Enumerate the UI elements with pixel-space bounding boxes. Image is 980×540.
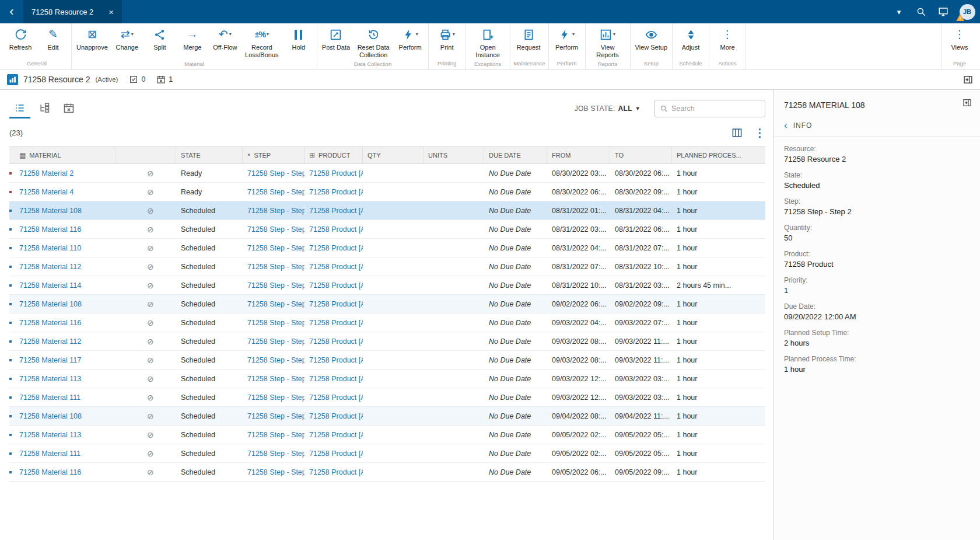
job-state-filter[interactable]: JOB STATE: ALL ▼ [575,104,640,113]
user-avatar[interactable]: JB ! [954,0,980,23]
column-header-pin[interactable] [116,147,176,163]
material-link[interactable]: 71258 Material 116 [19,225,81,234]
more-options-icon[interactable]: ⋮ [754,127,765,138]
table-row[interactable]: 71258 Material 108⊘Scheduled71258 Step -… [9,407,765,426]
step-link[interactable]: 71258 Step - Step [247,319,304,327]
pin-icon[interactable]: ⊘ [147,281,154,290]
table-row[interactable]: 71258 Material 116⊘Scheduled71258 Step -… [9,463,765,482]
refresh-button[interactable]: Refresh [4,23,37,59]
pin-icon[interactable]: ⊘ [147,262,154,271]
step-link[interactable]: 71258 Step - Step [247,375,304,383]
product-link[interactable]: 71258 Product [A [309,244,363,252]
step-link[interactable]: 71258 Step - Step [247,450,304,458]
page-tab[interactable]: 71258 Resource 2 × [23,0,122,23]
product-link[interactable]: 71258 Product [A [309,431,363,439]
material-link[interactable]: 71258 Material 2 [19,169,74,177]
step-link[interactable]: 71258 Step - Step [247,188,304,196]
monitor-icon[interactable] [932,0,954,23]
material-link[interactable]: 71258 Material 112 [19,337,81,346]
step-link[interactable]: 71258 Step - Step [247,468,304,476]
expand-panel-icon[interactable] [963,98,972,107]
column-header-units[interactable]: UNITS [424,147,484,163]
pin-icon[interactable]: ⊘ [147,412,154,421]
print-button[interactable]: ▾Print [430,23,463,59]
step-link[interactable]: 71258 Step - Step [247,263,304,271]
merge-button[interactable]: →Merge [176,23,209,60]
material-link[interactable]: 71258 Material 116 [19,468,81,476]
product-link[interactable]: 71258 Product [A [309,263,363,271]
material-link[interactable]: 71258 Material 110 [19,244,81,252]
split-button[interactable]: Split [144,23,176,60]
step-link[interactable]: 71258 Step - Step [247,244,304,252]
table-row[interactable]: 71258 Material 108⊘Scheduled71258 Step -… [9,295,765,313]
material-link[interactable]: 71258 Material 112 [19,263,81,271]
list-view-tab[interactable] [9,99,30,119]
product-link[interactable]: 71258 Product [A [309,319,363,327]
table-row[interactable]: 71258 Material 108⊘Scheduled71258 Step -… [9,201,765,220]
step-link[interactable]: 71258 Step - Step [247,300,304,308]
more-button[interactable]: ⋮More [711,23,744,59]
view-reports-button[interactable]: ▾View Reports [587,23,628,60]
product-link[interactable]: 71258 Product [A [309,468,363,476]
search-icon[interactable] [910,0,932,23]
perform-button[interactable]: ▾Perform [394,23,426,60]
material-link[interactable]: 71258 Material 114 [19,281,81,290]
edit-button[interactable]: ✎Edit [37,23,69,59]
table-row[interactable]: 71258 Material 113⊘Scheduled71258 Step -… [9,426,765,444]
step-link[interactable]: 71258 Step - Step [247,225,304,234]
product-link[interactable]: 71258 Product [A [309,281,363,290]
pin-icon[interactable]: ⊘ [147,337,154,346]
pin-icon[interactable]: ⊘ [147,430,154,440]
material-link[interactable]: 71258 Material 117 [19,356,81,364]
column-header-from[interactable]: FROM [547,147,610,163]
adjust-button[interactable]: Adjust [674,23,707,59]
material-link[interactable]: 71258 Material 113 [19,375,81,383]
step-link[interactable]: 71258 Step - Step [247,337,304,346]
product-link[interactable]: 71258 Product [A [309,375,363,383]
table-row[interactable]: 71258 Material 112⊘Scheduled71258 Step -… [9,257,765,276]
pin-icon[interactable]: ⊘ [147,243,154,253]
pin-icon[interactable]: ⊘ [147,318,154,328]
step-link[interactable]: 71258 Step - Step [247,356,304,364]
step-link[interactable]: 71258 Step - Step [247,393,304,402]
product-link[interactable]: 71258 Product [A [309,207,363,215]
column-chooser-icon[interactable] [732,127,743,138]
pin-icon[interactable]: ⊘ [147,393,154,402]
change-button[interactable]: ⇄▾Change [111,23,144,60]
column-header-planned[interactable]: PLANNED PROCES... [672,147,765,163]
product-link[interactable]: 71258 Product [A [309,169,363,177]
column-header-product[interactable]: ⊞PRODUCT [304,147,363,163]
pin-icon[interactable]: ⊘ [147,374,154,384]
material-link[interactable]: 71258 Material 111 [19,450,80,458]
reset-data-collection-button[interactable]: Reset Data Collection [353,23,394,60]
post-data-button[interactable]: Post Data [319,23,353,60]
search-input[interactable] [671,104,760,113]
back-icon[interactable]: ‹ [0,0,23,23]
table-row[interactable]: 71258 Material 114⊘Scheduled71258 Step -… [9,276,765,295]
step-link[interactable]: 71258 Step - Step [247,281,304,290]
table-row[interactable]: 71258 Material 116⊘Scheduled71258 Step -… [9,313,765,332]
material-link[interactable]: 71258 Material 116 [19,319,81,327]
table-row[interactable]: 71258 Material 2⊘Ready71258 Step - Step7… [9,164,765,183]
view-setup-button[interactable]: View Setup [632,23,670,59]
material-link[interactable]: 71258 Material 111 [19,393,80,402]
product-link[interactable]: 71258 Product [A [309,356,363,364]
hold-button[interactable]: Hold [282,23,315,60]
open-panel-icon[interactable] [963,75,973,85]
table-row[interactable]: 71258 Material 111⊘Scheduled71258 Step -… [9,444,765,463]
product-link[interactable]: 71258 Product [A [309,225,363,234]
product-link[interactable]: 71258 Product [A [309,337,363,346]
views-button[interactable]: ⋮Views [943,23,976,59]
unapprove-button[interactable]: ⊠Unapprove [74,23,111,60]
table-row[interactable]: 71258 Material 113⊘Scheduled71258 Step -… [9,370,765,388]
step-link[interactable]: 71258 Step - Step [247,412,304,420]
step-link[interactable]: 71258 Step - Step [247,169,304,177]
column-header-due[interactable]: DUE DATE [484,147,547,163]
product-link[interactable]: 71258 Product [A [309,300,363,308]
chevron-left-icon[interactable]: ‹ [784,120,788,130]
table-row[interactable]: 71258 Material 112⊘Scheduled71258 Step -… [9,332,765,351]
pin-icon[interactable]: ⊘ [147,468,154,477]
material-link[interactable]: 71258 Material 113 [19,431,81,439]
pin-icon[interactable]: ⊘ [147,169,154,178]
product-link[interactable]: 71258 Product [A [309,393,363,402]
